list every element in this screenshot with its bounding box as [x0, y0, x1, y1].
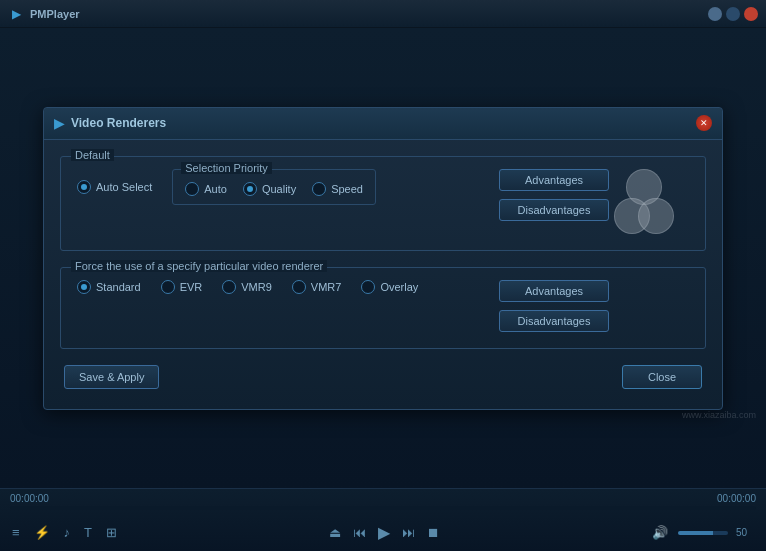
venn-logo-area	[609, 169, 689, 234]
force-vmr9-radio[interactable]: VMR9	[222, 280, 272, 294]
default-advantages-button[interactable]: Advantages	[499, 169, 609, 191]
force-evr-label: EVR	[180, 281, 203, 293]
selection-priority-label: Selection Priority	[181, 162, 272, 174]
default-adv-buttons: Advantages Disadvantages	[499, 169, 609, 221]
auto-select-radio[interactable]: Auto Select	[77, 180, 152, 194]
bottom-bar: 00:00:00 00:00:00 ≡ ⚡ ♪ T ⊞ ⏏ ⏮ ▶ ⏭ ⏹ 🔊 …	[0, 488, 766, 551]
minimize-button[interactable]	[708, 7, 722, 21]
app-title: PMPlayer	[30, 8, 80, 20]
dialog-icon: ▶	[54, 115, 65, 131]
force-group-content: Standard EVR VMR9	[77, 280, 689, 332]
priority-auto-label: Auto	[204, 183, 227, 195]
force-disadvantages-button[interactable]: Disadvantages	[499, 310, 609, 332]
priority-auto-radio[interactable]: Auto	[185, 182, 227, 196]
next-button[interactable]: ⏭	[400, 523, 417, 542]
prev-button[interactable]: ⏮	[351, 523, 368, 542]
priority-quality-label: Quality	[262, 183, 296, 195]
priority-speed-label: Speed	[331, 183, 363, 195]
force-vmr9-circle	[222, 280, 236, 294]
volume-number: 50	[736, 527, 756, 538]
time-left: 00:00:00	[10, 493, 49, 504]
priority-radios: Auto Quality Speed	[185, 182, 363, 196]
default-group-content: Auto Select Selection Priority Auto	[77, 169, 689, 234]
dialog-close-btn-bottom[interactable]: Close	[622, 365, 702, 389]
venn-circle-3	[638, 198, 674, 234]
force-vmr9-label: VMR9	[241, 281, 272, 293]
force-group: Force the use of a specify particular vi…	[60, 267, 706, 349]
default-group-left: Auto Select Selection Priority Auto	[77, 169, 499, 217]
priority-quality-circle	[243, 182, 257, 196]
titlebar: ▶ PMPlayer	[0, 0, 766, 28]
priority-speed-radio[interactable]: Speed	[312, 182, 363, 196]
lightning-button[interactable]: ⚡	[32, 523, 52, 542]
selection-priority-box: Selection Priority Auto Quality	[172, 169, 376, 205]
dialog-footer: Save & Apply Close	[60, 365, 706, 393]
force-overlay-radio[interactable]: Overlay	[361, 280, 418, 294]
save-apply-button[interactable]: Save & Apply	[64, 365, 159, 389]
force-adv-buttons: Advantages Disadvantages	[499, 280, 609, 332]
force-standard-circle	[77, 280, 91, 294]
force-evr-circle	[161, 280, 175, 294]
play-button[interactable]: ▶	[376, 521, 392, 544]
equalizer-button[interactable]: ⊞	[104, 523, 119, 542]
default-group: Default Auto Select Selection Priority	[60, 156, 706, 251]
main-area: ▶ Video Renderers ✕ Default Auto Select	[0, 28, 766, 488]
watermark: www.xiazaiba.com	[682, 410, 756, 420]
dialog-title-left: ▶ Video Renderers	[54, 115, 166, 131]
volume-slider[interactable]	[678, 531, 728, 535]
auto-select-label: Auto Select	[96, 181, 152, 193]
left-controls: ≡ ⚡ ♪ T ⊞	[10, 523, 119, 542]
titlebar-left: ▶ PMPlayer	[8, 6, 80, 22]
priority-auto-circle	[185, 182, 199, 196]
time-row: 00:00:00 00:00:00	[0, 489, 766, 506]
force-evr-radio[interactable]: EVR	[161, 280, 203, 294]
center-controls: ⏏ ⏮ ▶ ⏭ ⏹	[327, 521, 442, 544]
right-controls: 🔊 50	[650, 523, 756, 542]
force-advantages-button[interactable]: Advantages	[499, 280, 609, 302]
dialog-titlebar: ▶ Video Renderers ✕	[44, 108, 722, 140]
app-icon: ▶	[8, 6, 24, 22]
default-group-label: Default	[71, 149, 114, 161]
force-standard-label: Standard	[96, 281, 141, 293]
venn-diagram	[609, 169, 679, 234]
force-group-label: Force the use of a specify particular vi…	[71, 260, 327, 272]
auto-select-radio-circle	[77, 180, 91, 194]
force-vmr7-circle	[292, 280, 306, 294]
progress-bar[interactable]	[10, 506, 756, 510]
priority-speed-circle	[312, 182, 326, 196]
force-vmr7-radio[interactable]: VMR7	[292, 280, 342, 294]
auto-select-row: Auto Select Selection Priority Auto	[77, 169, 499, 205]
subtitle-button[interactable]: T	[82, 523, 94, 542]
playlist-button[interactable]: ≡	[10, 523, 22, 542]
titlebar-controls	[708, 7, 758, 21]
dialog-title: Video Renderers	[71, 116, 166, 130]
stop-button[interactable]: ⏹	[425, 523, 442, 542]
force-overlay-circle	[361, 280, 375, 294]
force-overlay-label: Overlay	[380, 281, 418, 293]
force-standard-radio[interactable]: Standard	[77, 280, 141, 294]
titlebar-close-button[interactable]	[744, 7, 758, 21]
controls-row: ≡ ⚡ ♪ T ⊞ ⏏ ⏮ ▶ ⏭ ⏹ 🔊 50	[0, 514, 766, 551]
force-radios: Standard EVR VMR9	[77, 280, 418, 294]
force-vmr7-label: VMR7	[311, 281, 342, 293]
music-button[interactable]: ♪	[62, 523, 73, 542]
priority-quality-radio[interactable]: Quality	[243, 182, 296, 196]
maximize-button[interactable]	[726, 7, 740, 21]
dialog-close-button[interactable]: ✕	[696, 115, 712, 131]
open-button[interactable]: ⏏	[327, 523, 343, 542]
time-right: 00:00:00	[717, 493, 756, 504]
dialog-body: Default Auto Select Selection Priority	[44, 140, 722, 409]
volume-icon[interactable]: 🔊	[650, 523, 670, 542]
default-disadvantages-button[interactable]: Disadvantages	[499, 199, 609, 221]
video-renderers-dialog: ▶ Video Renderers ✕ Default Auto Select	[43, 107, 723, 410]
force-group-left: Standard EVR VMR9	[77, 280, 418, 294]
